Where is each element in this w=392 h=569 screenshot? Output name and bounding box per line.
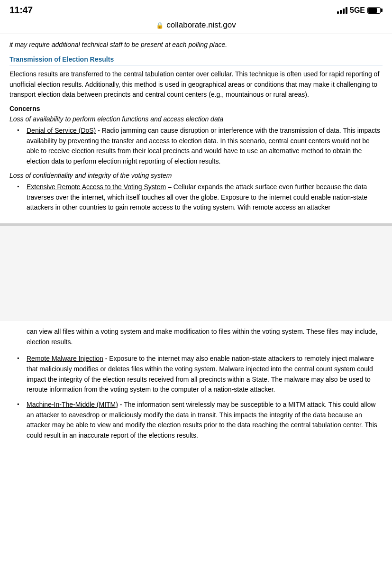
continuation-text: can view all files within a voting syste… [27, 327, 383, 347]
list-item-malware: Remote Malware Injection - Exposure to t… [17, 354, 383, 395]
url-text: collaborate.nist.gov [166, 20, 236, 30]
concerns-subheading-availability: Loss of availability to perform election… [9, 115, 383, 123]
bullet-list-availability: Denial of Service (DoS) - Radio jamming … [17, 126, 383, 167]
status-right-icons: 5GE [337, 6, 383, 15]
dos-link[interactable]: Denial of Service (DoS) [27, 127, 96, 134]
battery-icon [367, 7, 383, 14]
bullet-list-bottom: Remote Malware Injection - Exposure to t… [17, 354, 383, 441]
address-bar[interactable]: 🔒 collaborate.nist.gov [0, 18, 392, 34]
body-text-transmission: Elections results are transferred to the… [9, 69, 383, 100]
scroll-gap [0, 226, 392, 321]
intro-text: it may require additional technical staf… [9, 40, 383, 50]
status-bar: 11:47 5GE [0, 0, 392, 18]
network-label: 5GE [350, 6, 365, 15]
page-content-bottom: can view all files within a voting syste… [0, 321, 392, 455]
lock-icon: 🔒 [156, 22, 164, 29]
remote-access-link[interactable]: Extensive Remote Access to the Voting Sy… [27, 183, 166, 191]
status-time: 11:47 [9, 5, 33, 16]
concerns-subheading-confidentiality: Loss of confidentiality and integrity of… [9, 172, 383, 179]
bullet-list-confidentiality: Extensive Remote Access to the Voting Sy… [17, 182, 383, 213]
list-item-mitm: Machine-In-The-Middle (MITM) - The infor… [17, 400, 383, 441]
list-item-dos: Denial of Service (DoS) - Radio jamming … [17, 126, 383, 167]
concerns-heading: Concerns [9, 105, 383, 112]
signal-icon [337, 7, 347, 14]
page-content-top: it may require additional technical staf… [0, 34, 392, 226]
section-title-transmission: Transmission of Election Results [9, 55, 383, 65]
mitm-link[interactable]: Machine-In-The-Middle (MITM) [27, 401, 118, 408]
malware-link[interactable]: Remote Malware Injection [27, 355, 103, 362]
list-item-remote-access: Extensive Remote Access to the Voting Sy… [17, 182, 383, 213]
